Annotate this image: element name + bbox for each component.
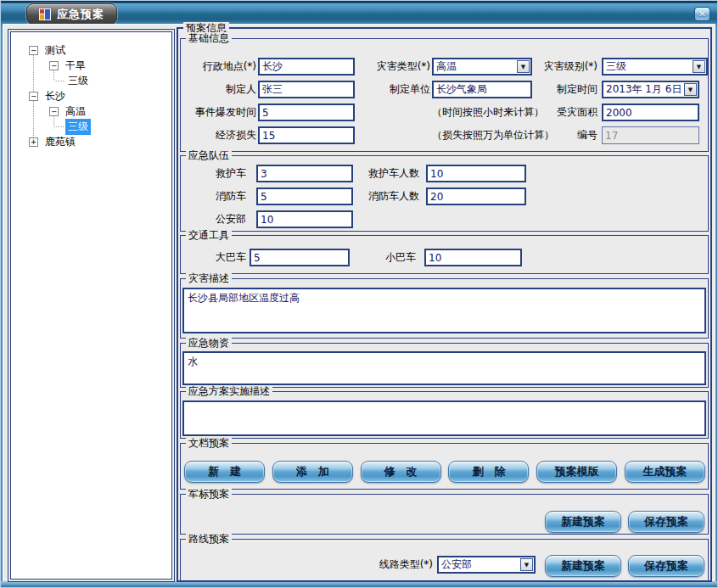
ambulance-crew-input[interactable] [426, 165, 526, 182]
tree-node-sanji-selected[interactable]: 三级 [54, 119, 91, 134]
fire-crew-input[interactable] [426, 188, 526, 205]
tree-node-changsha[interactable]: − 长沙 [29, 88, 68, 104]
route-plan-title: 路线预案 [186, 533, 232, 546]
plan-info-groupbox: 预案信息 基础信息 行政地点(*) 灾害类型(*) 高温 ▼ 灾害级别(*) 三… [177, 27, 712, 582]
tree-node-ceshi[interactable]: − 测试 [29, 42, 68, 58]
route-new-plan-button[interactable]: 新建预案 [545, 555, 621, 577]
plan-tree: − 测试 − 干旱 三级 − 长沙 − 高温 三级 [10, 31, 172, 580]
supplies-title: 应急物资 [186, 337, 232, 350]
tree-node-gaowen[interactable]: − 高温 [49, 104, 88, 119]
modify-button[interactable]: 修 改 [361, 461, 441, 483]
police-label: 公安部 [181, 210, 246, 228]
close-icon: ✕ [698, 9, 705, 19]
tree-node-luyuanzhen[interactable]: + 鹿苑镇 [29, 134, 78, 149]
tree-node-label[interactable]: 长沙 [42, 88, 68, 104]
tree-collapse-icon[interactable]: − [29, 92, 38, 101]
impl-desc-title: 应急方案实施描述 [186, 385, 272, 398]
route-plan-button-row: 新建预案 保存预案 [538, 555, 704, 577]
creator-input[interactable] [258, 81, 355, 98]
fire-crew-label: 消防车人数 [334, 188, 419, 205]
economic-loss-label: 经济损失 [181, 126, 256, 144]
mil-new-plan-button[interactable]: 新建预案 [545, 511, 621, 533]
tree-node-label[interactable]: 测试 [42, 42, 68, 59]
dropdown-arrow-icon[interactable]: ▼ [520, 558, 533, 571]
basic-info-title: 基础信息 [186, 32, 232, 45]
tree-expand-icon[interactable]: + [29, 137, 38, 147]
route-save-plan-button[interactable]: 保存预案 [628, 555, 704, 577]
serial-no-label: 编号 [525, 126, 597, 144]
tree-node-label[interactable]: 高温 [63, 104, 88, 120]
disaster-desc-groupbox: 灾害描述 长沙县局部地区温度过高 [180, 278, 709, 339]
mil-save-plan-button[interactable]: 保存预案 [628, 511, 704, 533]
disaster-desc-textarea[interactable]: 长沙县局部地区温度过高 [182, 288, 706, 333]
route-type-select[interactable]: 公安部 ▼ [437, 556, 536, 574]
mil-plan-title: 军标预案 [186, 488, 232, 501]
outbreak-time-input[interactable] [258, 104, 355, 121]
doc-plan-title: 文档预案 [186, 437, 232, 450]
supplies-textarea[interactable]: 水 [182, 351, 706, 385]
tree-collapse-icon[interactable]: − [49, 107, 59, 116]
big-bus-input[interactable] [250, 249, 350, 266]
route-type-value: 公安部 [439, 557, 519, 572]
tree-node-label-selected[interactable]: 三级 [65, 119, 91, 135]
doc-plan-button-row: 新 建 添 加 修 改 删 除 预案模版 生成预案 [184, 461, 705, 483]
unit-label: 制定单位 [359, 81, 430, 98]
basic-info-groupbox: 基础信息 行政地点(*) 灾害类型(*) 高温 ▼ 灾害级别(*) 三级 ▼ 制… [180, 38, 709, 152]
affected-area-input[interactable] [602, 104, 699, 121]
app-icon [39, 8, 51, 20]
serial-no-input [602, 126, 699, 144]
small-bus-label: 小巴车 [342, 249, 416, 266]
tree-node-label[interactable]: 三级 [65, 73, 91, 89]
title-tab: 应急预案 [26, 3, 117, 25]
team-title: 应急队伍 [186, 149, 232, 162]
delete-button[interactable]: 删 除 [448, 461, 529, 483]
route-plan-groupbox: 路线预案 线路类型(*) 公安部 ▼ 新建预案 保存预案 [180, 539, 709, 582]
police-input[interactable] [256, 210, 353, 228]
ambulance-crew-label: 救护车人数 [334, 165, 419, 182]
plan-tree-panel: − 测试 − 干旱 三级 − 长沙 − 高温 三级 [8, 29, 175, 582]
disaster-level-value: 三级 [603, 59, 692, 74]
affected-area-label: 受灾面积 [525, 104, 597, 121]
disaster-type-select[interactable]: 高温 ▼ [432, 58, 532, 76]
generate-plan-button[interactable]: 生成预案 [625, 461, 705, 483]
disaster-desc-title: 灾害描述 [186, 272, 232, 285]
fire-truck-label: 消防车 [181, 188, 246, 205]
supplies-groupbox: 应急物资 水 [180, 343, 709, 388]
create-time-label: 制定时间 [525, 81, 597, 98]
impl-desc-groupbox: 应急方案实施描述 [180, 391, 709, 439]
outbreak-time-label: 事件爆发时间 [181, 104, 256, 121]
tree-collapse-icon[interactable]: − [29, 46, 38, 55]
tree-stub-line [54, 81, 64, 81]
window-bottom-edge [1, 581, 717, 587]
admin-location-input[interactable] [258, 58, 355, 76]
create-time-datepicker[interactable]: 2013年 1月 6日 ▼ [602, 81, 699, 98]
title-bar: 应急预案 ✕ [1, 1, 717, 25]
team-groupbox: 应急队伍 救护车 救护车人数 消防车 消防车人数 公安部 [180, 155, 709, 232]
tree-node-label[interactable]: 鹿苑镇 [42, 134, 78, 150]
economic-loss-input[interactable] [258, 126, 355, 144]
disaster-level-label: 灾害级别(*) [525, 58, 597, 76]
impl-desc-textarea[interactable] [182, 400, 706, 436]
tree-stub-line [54, 126, 64, 127]
tree-node-ganhan[interactable]: − 干旱 [49, 58, 88, 73]
dropdown-arrow-icon[interactable]: ▼ [693, 60, 705, 73]
create-time-value: 2013年 1月 6日 [603, 82, 683, 97]
unit-input[interactable] [432, 81, 532, 98]
dropdown-arrow-icon[interactable]: ▼ [684, 83, 697, 96]
plan-template-button[interactable]: 预案模版 [536, 461, 617, 483]
mil-plan-groupbox: 军标预案 新建预案 保存预案 [180, 494, 709, 535]
route-type-label: 线路类型(*) [334, 556, 433, 574]
add-button[interactable]: 添 加 [272, 461, 353, 483]
disaster-type-value: 高温 [434, 59, 516, 74]
new-button[interactable]: 新 建 [184, 461, 265, 483]
ambulance-label: 救护车 [181, 165, 246, 182]
tree-node-label[interactable]: 干旱 [63, 58, 88, 74]
transport-groupbox: 交通工具 大巴车 小巴车 [180, 235, 709, 274]
creator-label: 制定人 [181, 81, 256, 98]
window-title: 应急预案 [57, 7, 104, 22]
disaster-level-select[interactable]: 三级 ▼ [602, 58, 708, 76]
tree-collapse-icon[interactable]: − [49, 61, 59, 70]
small-bus-input[interactable] [424, 249, 522, 266]
tree-node-sanji-1[interactable]: 三级 [54, 73, 91, 88]
close-button[interactable]: ✕ [694, 7, 710, 21]
